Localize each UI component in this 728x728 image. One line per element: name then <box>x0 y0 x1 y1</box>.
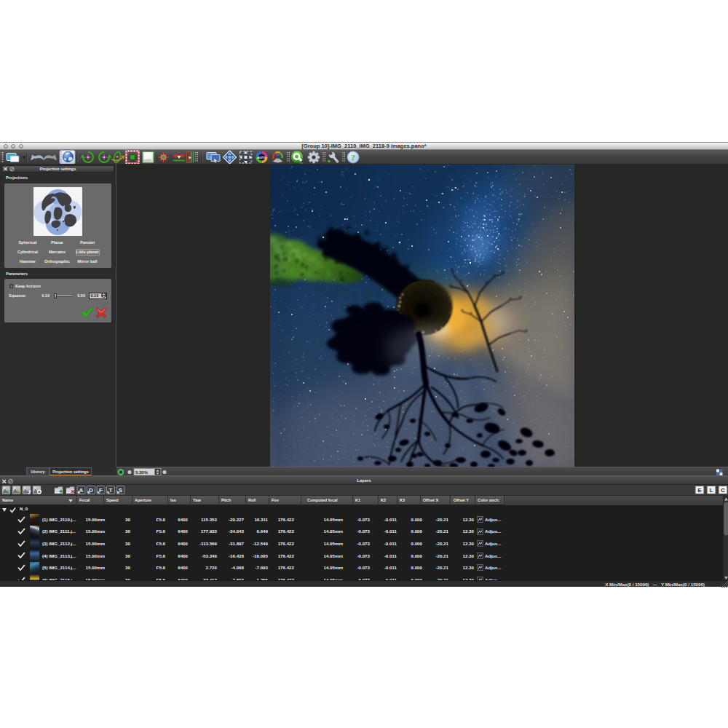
svg-text:?: ? <box>351 153 355 162</box>
svg-text:E: E <box>697 487 701 494</box>
svg-text:5.30%: 5.30% <box>135 470 149 475</box>
svg-text:L: L <box>710 487 713 494</box>
svg-text:C: C <box>721 487 725 494</box>
svg-text:7: 7 <box>28 489 31 496</box>
svg-text:AUTO: AUTO <box>258 156 267 159</box>
